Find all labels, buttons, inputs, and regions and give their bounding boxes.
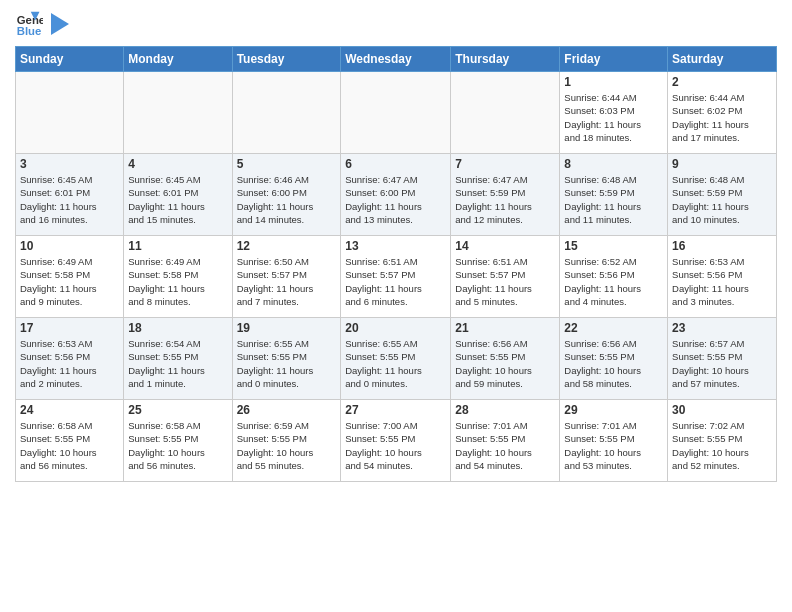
svg-marker-3 xyxy=(51,13,69,35)
day-number: 3 xyxy=(20,157,119,171)
cell-info: Sunrise: 6:51 AMSunset: 5:57 PMDaylight:… xyxy=(455,255,555,308)
logo-icon: General Blue xyxy=(15,10,43,38)
svg-text:Blue: Blue xyxy=(17,25,42,37)
cell-info: Sunrise: 6:56 AMSunset: 5:55 PMDaylight:… xyxy=(564,337,663,390)
day-number: 20 xyxy=(345,321,446,335)
calendar-cell: 15Sunrise: 6:52 AMSunset: 5:56 PMDayligh… xyxy=(560,236,668,318)
cell-info: Sunrise: 6:55 AMSunset: 5:55 PMDaylight:… xyxy=(345,337,446,390)
cell-info: Sunrise: 6:49 AMSunset: 5:58 PMDaylight:… xyxy=(128,255,227,308)
cell-info: Sunrise: 6:51 AMSunset: 5:57 PMDaylight:… xyxy=(345,255,446,308)
cell-info: Sunrise: 6:59 AMSunset: 5:55 PMDaylight:… xyxy=(237,419,337,472)
day-number: 17 xyxy=(20,321,119,335)
cell-info: Sunrise: 6:58 AMSunset: 5:55 PMDaylight:… xyxy=(20,419,119,472)
day-number: 14 xyxy=(455,239,555,253)
calendar-cell: 25Sunrise: 6:58 AMSunset: 5:55 PMDayligh… xyxy=(124,400,232,482)
cell-info: Sunrise: 6:54 AMSunset: 5:55 PMDaylight:… xyxy=(128,337,227,390)
day-number: 27 xyxy=(345,403,446,417)
calendar-cell: 4Sunrise: 6:45 AMSunset: 6:01 PMDaylight… xyxy=(124,154,232,236)
calendar-week-row: 3Sunrise: 6:45 AMSunset: 6:01 PMDaylight… xyxy=(16,154,777,236)
cell-info: Sunrise: 6:45 AMSunset: 6:01 PMDaylight:… xyxy=(128,173,227,226)
weekday-header: Sunday xyxy=(16,47,124,72)
cell-info: Sunrise: 6:56 AMSunset: 5:55 PMDaylight:… xyxy=(455,337,555,390)
day-number: 8 xyxy=(564,157,663,171)
cell-info: Sunrise: 6:48 AMSunset: 5:59 PMDaylight:… xyxy=(672,173,772,226)
day-number: 12 xyxy=(237,239,337,253)
calendar-cell: 21Sunrise: 6:56 AMSunset: 5:55 PMDayligh… xyxy=(451,318,560,400)
calendar-cell: 13Sunrise: 6:51 AMSunset: 5:57 PMDayligh… xyxy=(341,236,451,318)
cell-info: Sunrise: 6:53 AMSunset: 5:56 PMDaylight:… xyxy=(20,337,119,390)
day-number: 11 xyxy=(128,239,227,253)
calendar-cell: 17Sunrise: 6:53 AMSunset: 5:56 PMDayligh… xyxy=(16,318,124,400)
calendar-week-row: 1Sunrise: 6:44 AMSunset: 6:03 PMDaylight… xyxy=(16,72,777,154)
day-number: 6 xyxy=(345,157,446,171)
calendar-cell: 11Sunrise: 6:49 AMSunset: 5:58 PMDayligh… xyxy=(124,236,232,318)
cell-info: Sunrise: 6:50 AMSunset: 5:57 PMDaylight:… xyxy=(237,255,337,308)
calendar-cell: 29Sunrise: 7:01 AMSunset: 5:55 PMDayligh… xyxy=(560,400,668,482)
calendar-cell: 19Sunrise: 6:55 AMSunset: 5:55 PMDayligh… xyxy=(232,318,341,400)
day-number: 25 xyxy=(128,403,227,417)
day-number: 5 xyxy=(237,157,337,171)
calendar-cell xyxy=(341,72,451,154)
calendar-cell: 10Sunrise: 6:49 AMSunset: 5:58 PMDayligh… xyxy=(16,236,124,318)
cell-info: Sunrise: 6:52 AMSunset: 5:56 PMDaylight:… xyxy=(564,255,663,308)
calendar-table: SundayMondayTuesdayWednesdayThursdayFrid… xyxy=(15,46,777,482)
day-number: 9 xyxy=(672,157,772,171)
day-number: 7 xyxy=(455,157,555,171)
cell-info: Sunrise: 7:01 AMSunset: 5:55 PMDaylight:… xyxy=(564,419,663,472)
day-number: 22 xyxy=(564,321,663,335)
calendar-cell: 18Sunrise: 6:54 AMSunset: 5:55 PMDayligh… xyxy=(124,318,232,400)
day-number: 19 xyxy=(237,321,337,335)
calendar-cell: 28Sunrise: 7:01 AMSunset: 5:55 PMDayligh… xyxy=(451,400,560,482)
calendar-week-row: 24Sunrise: 6:58 AMSunset: 5:55 PMDayligh… xyxy=(16,400,777,482)
weekday-header: Monday xyxy=(124,47,232,72)
calendar-week-row: 10Sunrise: 6:49 AMSunset: 5:58 PMDayligh… xyxy=(16,236,777,318)
day-number: 21 xyxy=(455,321,555,335)
logo-arrow-icon xyxy=(51,13,69,35)
day-number: 10 xyxy=(20,239,119,253)
cell-info: Sunrise: 7:01 AMSunset: 5:55 PMDaylight:… xyxy=(455,419,555,472)
cell-info: Sunrise: 6:48 AMSunset: 5:59 PMDaylight:… xyxy=(564,173,663,226)
calendar-cell: 24Sunrise: 6:58 AMSunset: 5:55 PMDayligh… xyxy=(16,400,124,482)
calendar-cell: 8Sunrise: 6:48 AMSunset: 5:59 PMDaylight… xyxy=(560,154,668,236)
calendar-cell: 14Sunrise: 6:51 AMSunset: 5:57 PMDayligh… xyxy=(451,236,560,318)
day-number: 16 xyxy=(672,239,772,253)
calendar-cell xyxy=(232,72,341,154)
calendar-cell: 2Sunrise: 6:44 AMSunset: 6:02 PMDaylight… xyxy=(668,72,777,154)
day-number: 29 xyxy=(564,403,663,417)
cell-info: Sunrise: 7:02 AMSunset: 5:55 PMDaylight:… xyxy=(672,419,772,472)
day-number: 18 xyxy=(128,321,227,335)
day-number: 26 xyxy=(237,403,337,417)
weekday-header: Friday xyxy=(560,47,668,72)
cell-info: Sunrise: 6:53 AMSunset: 5:56 PMDaylight:… xyxy=(672,255,772,308)
day-number: 23 xyxy=(672,321,772,335)
cell-info: Sunrise: 6:45 AMSunset: 6:01 PMDaylight:… xyxy=(20,173,119,226)
calendar-cell: 27Sunrise: 7:00 AMSunset: 5:55 PMDayligh… xyxy=(341,400,451,482)
page-container: General Blue SundayMondayTuesdayWednesda… xyxy=(0,0,792,487)
day-number: 4 xyxy=(128,157,227,171)
calendar-cell: 1Sunrise: 6:44 AMSunset: 6:03 PMDaylight… xyxy=(560,72,668,154)
calendar-cell: 12Sunrise: 6:50 AMSunset: 5:57 PMDayligh… xyxy=(232,236,341,318)
weekday-header: Wednesday xyxy=(341,47,451,72)
calendar-cell: 7Sunrise: 6:47 AMSunset: 5:59 PMDaylight… xyxy=(451,154,560,236)
cell-info: Sunrise: 7:00 AMSunset: 5:55 PMDaylight:… xyxy=(345,419,446,472)
day-number: 1 xyxy=(564,75,663,89)
cell-info: Sunrise: 6:47 AMSunset: 6:00 PMDaylight:… xyxy=(345,173,446,226)
weekday-header: Tuesday xyxy=(232,47,341,72)
day-number: 15 xyxy=(564,239,663,253)
calendar-header-row: SundayMondayTuesdayWednesdayThursdayFrid… xyxy=(16,47,777,72)
day-number: 30 xyxy=(672,403,772,417)
calendar-cell: 26Sunrise: 6:59 AMSunset: 5:55 PMDayligh… xyxy=(232,400,341,482)
day-number: 28 xyxy=(455,403,555,417)
calendar-cell: 3Sunrise: 6:45 AMSunset: 6:01 PMDaylight… xyxy=(16,154,124,236)
calendar-cell: 22Sunrise: 6:56 AMSunset: 5:55 PMDayligh… xyxy=(560,318,668,400)
calendar-cell: 20Sunrise: 6:55 AMSunset: 5:55 PMDayligh… xyxy=(341,318,451,400)
calendar-cell: 16Sunrise: 6:53 AMSunset: 5:56 PMDayligh… xyxy=(668,236,777,318)
cell-info: Sunrise: 6:46 AMSunset: 6:00 PMDaylight:… xyxy=(237,173,337,226)
calendar-cell: 5Sunrise: 6:46 AMSunset: 6:00 PMDaylight… xyxy=(232,154,341,236)
cell-info: Sunrise: 6:44 AMSunset: 6:03 PMDaylight:… xyxy=(564,91,663,144)
calendar-cell xyxy=(451,72,560,154)
calendar-cell xyxy=(16,72,124,154)
calendar-cell: 23Sunrise: 6:57 AMSunset: 5:55 PMDayligh… xyxy=(668,318,777,400)
logo: General Blue xyxy=(15,10,69,38)
cell-info: Sunrise: 6:47 AMSunset: 5:59 PMDaylight:… xyxy=(455,173,555,226)
